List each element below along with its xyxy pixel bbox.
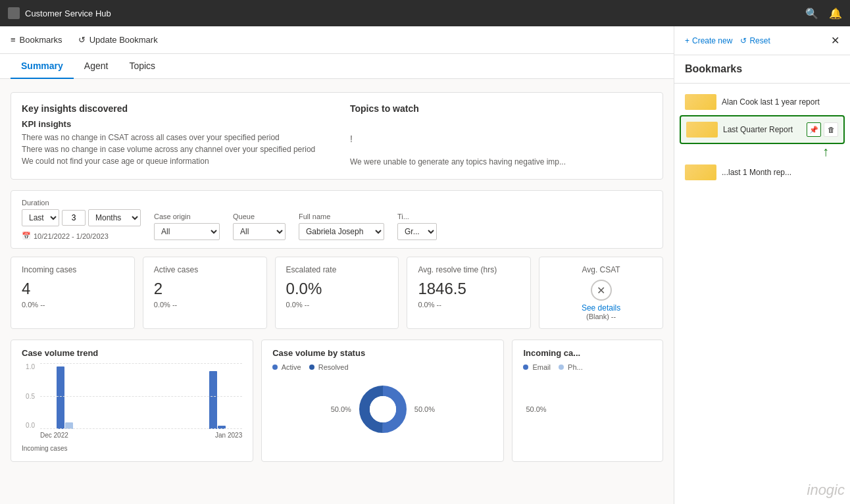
case-origin-label: Case origin [154, 213, 220, 220]
bookmark-item-2[interactable]: Last Quarter Report 📌 🗑 [680, 115, 845, 144]
kpi-active-title: Active cases [154, 265, 256, 274]
sidebar-title: Bookmarks [674, 55, 850, 84]
kpi-escalated-title: Escalated rate [286, 265, 388, 274]
bookmarks-sidebar: + Create new ↺ Reset ✕ Bookmarks Alan C [674, 26, 850, 504]
insights-section: Key insights discovered KPI insights The… [11, 92, 663, 180]
y-axis-label: Incoming cases [22, 445, 67, 452]
filters-bar: Duration Last Months Days Weeks [11, 190, 663, 249]
refresh-icon: ↺ [78, 35, 86, 45]
kpi-active-sub: 0.0% -- [154, 301, 256, 309]
tab-summary[interactable]: Summary [11, 54, 74, 79]
chart-volume-trend: Case volume trend 1.0 0.5 0.0 [11, 340, 253, 462]
time-select[interactable]: Gr... [397, 223, 437, 240]
chart-incoming-channel: Incoming ca... Email Ph... [512, 340, 663, 462]
bookmark-name-2: Last Quarter Report [723, 125, 801, 134]
bookmark-actions: 📌 🗑 [807, 122, 838, 137]
chart-volume-status: Case volume by status Active Resolved [261, 340, 504, 462]
date-range-value: 10/21/2022 - 1/20/2023 [34, 232, 109, 240]
tabs: Summary Agent Topics [0, 54, 674, 79]
topics-empty-text: We were unable to generate any topics ha… [350, 157, 652, 166]
update-bookmark-button[interactable]: ↺ Update Bookmark [78, 35, 158, 45]
legend-resolved: Resolved [309, 363, 349, 371]
kpi-cards: Incoming cases 4 0.0% -- Active cases 2 … [11, 257, 663, 329]
kpi-incoming: Incoming cases 4 0.0% -- [11, 257, 135, 329]
chart-status-title: Case volume by status [272, 348, 493, 358]
donut-chart [357, 383, 409, 436]
create-new-label: Create new [692, 36, 732, 45]
legend-email: Email [523, 363, 551, 371]
hamburger-icon: ≡ [11, 35, 16, 45]
bookmarks-button[interactable]: ≡ Bookmarks [11, 35, 63, 45]
insight-item-2: There was no change in case volume acros… [22, 145, 324, 154]
search-icon[interactable]: 🔍 [805, 7, 818, 20]
title-bar: Customer Service Hub 🔍 🔔 [0, 0, 850, 26]
queue-select[interactable]: All [233, 223, 286, 240]
kpi-csat-title: Avg. CSAT [582, 265, 620, 274]
bookmark-list: Alan Cook last 1 year report Last Quarte… [674, 84, 850, 191]
date-range: 📅 10/21/2022 - 1/20/2023 [22, 232, 141, 240]
fullname-label: Full name [299, 213, 384, 220]
bookmark-thumb-3 [685, 164, 716, 180]
kpi-incoming-title: Incoming cases [22, 265, 124, 274]
reset-button[interactable]: ↺ Reset [740, 36, 770, 45]
topics-title: Topics to watch [350, 103, 652, 114]
tab-topics[interactable]: Topics [118, 54, 166, 79]
kpi-incoming-value: 4 [22, 280, 124, 298]
incoming-label-left: 50.0% [526, 405, 546, 413]
kpi-active: Active cases 2 0.0% -- [143, 257, 267, 329]
close-sidebar-button[interactable]: ✕ [831, 34, 839, 47]
insights-title: Key insights discovered [22, 103, 324, 114]
bookmark-name-3: ...last 1 Month rep... [722, 168, 839, 177]
app-title: Customer Service Hub [25, 9, 111, 18]
bell-icon[interactable]: 🔔 [829, 7, 842, 20]
x-label-jan: Jan 2023 [215, 432, 242, 439]
pin-button[interactable]: 📌 [807, 122, 821, 137]
kpi-resolve: Avg. resolve time (hrs) 1846.5 0.0% -- [407, 257, 531, 329]
insights-right: Topics to watch ! We were unable to gene… [350, 103, 652, 168]
legend-active-dot [272, 365, 278, 370]
reset-icon: ↺ [740, 36, 747, 45]
bookmark-item-1[interactable]: Alan Cook last 1 year report [680, 89, 845, 115]
kpi-csat-blank: (Blank) -- [586, 313, 616, 320]
chart-incoming-title: Incoming ca... [523, 348, 652, 358]
insight-item-1: There was no change in CSAT across all c… [22, 133, 324, 142]
chart-status-legend: Active Resolved [272, 363, 493, 371]
calendar-icon: 📅 [22, 232, 31, 240]
delete-button[interactable]: 🗑 [824, 122, 838, 137]
sidebar-header: + Create new ↺ Reset ✕ [674, 26, 850, 55]
legend-phone: Ph... [559, 363, 583, 371]
queue-filter: Queue All [233, 213, 286, 240]
topics-empty-bang: ! [350, 134, 652, 144]
bookmark-name-1: Alan Cook last 1 year report [722, 97, 839, 107]
legend-active: Active [272, 363, 301, 371]
kpi-csat: Avg. CSAT ✕ See details (Blank) -- [539, 257, 663, 329]
chart-with-yaxis: 1.0 0.5 0.0 [22, 363, 242, 439]
kpi-active-value: 2 [154, 280, 256, 298]
duration-last-select[interactable]: Last [22, 209, 59, 226]
kpi-incoming-sub: 0.0% -- [22, 301, 124, 309]
error-circle: ✕ [591, 280, 612, 301]
donut-label-left: 50.0% [331, 405, 351, 413]
duration-filter: Duration Last Months Days Weeks [22, 199, 141, 240]
kpi-escalated-sub: 0.0% -- [286, 301, 388, 309]
pin-arrow-icon: ↑ [822, 144, 829, 159]
x-label-dec: Dec 2022 [40, 432, 68, 439]
kpi-resolve-value: 1846.5 [418, 280, 520, 298]
donut-label-right: 50.0% [414, 405, 435, 413]
legend-phone-dot [559, 365, 564, 370]
duration-number-input[interactable] [62, 210, 86, 226]
kpi-escalated: Escalated rate 0.0% 0.0% -- [275, 257, 399, 329]
legend-resolved-dot [309, 365, 314, 370]
reset-label: Reset [749, 36, 770, 45]
create-new-button[interactable]: + Create new [685, 36, 732, 45]
bookmark-item-3[interactable]: ...last 1 Month rep... [680, 159, 845, 186]
y-label-3: 0.0 [22, 422, 35, 429]
bookmark-thumb-1 [685, 94, 716, 110]
see-details-link[interactable]: See details [582, 303, 620, 313]
case-origin-select[interactable]: All [154, 223, 220, 240]
tab-agent[interactable]: Agent [74, 54, 119, 79]
chart-body: Dec 2022 Jan 2023 [40, 363, 242, 439]
legend-email-dot [523, 365, 528, 370]
fullname-select[interactable]: Gabriela Joseph [299, 223, 384, 240]
duration-unit-select[interactable]: Months Days Weeks [88, 209, 141, 226]
